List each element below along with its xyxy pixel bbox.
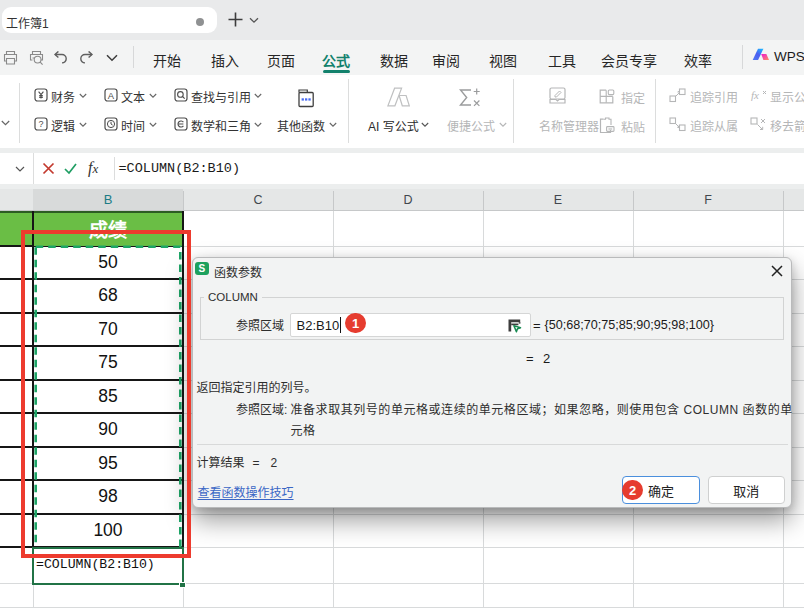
svg-text:A: A bbox=[108, 90, 115, 101]
svg-text:fx: fx bbox=[751, 89, 759, 101]
svg-text:?: ? bbox=[38, 119, 43, 129]
